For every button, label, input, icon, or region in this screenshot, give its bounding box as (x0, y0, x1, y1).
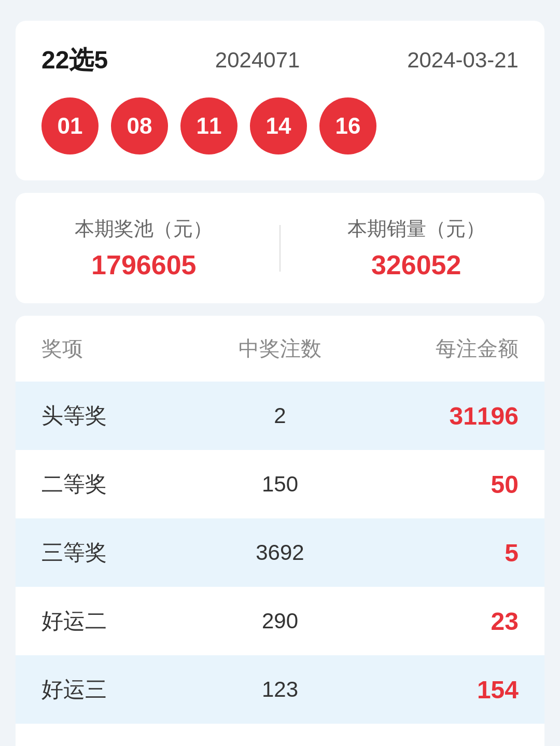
pool-label: 本期奖池（元） (75, 216, 213, 242)
pool-stat: 本期奖池（元） 1796605 (75, 216, 213, 280)
pool-value: 1796605 (91, 249, 196, 280)
prize-amount: 31196 (359, 402, 519, 430)
prize-count: 2 (201, 403, 360, 428)
sales-stat: 本期销量（元） 326052 (347, 216, 485, 280)
table-row: 好运四51463 (16, 724, 544, 746)
table-row: 二等奖15050 (16, 450, 544, 518)
balls-row: 0108111416 (41, 97, 519, 154)
prize-amount: 23 (359, 607, 519, 636)
lottery-date: 2024-03-21 (407, 48, 519, 73)
lottery-title: 22选5 (41, 44, 108, 77)
prize-amount: 154 (359, 675, 519, 704)
prize-count: 123 (201, 677, 360, 702)
table-row: 头等奖231196 (16, 382, 544, 450)
lottery-ball: 08 (111, 97, 168, 154)
table-row: 好运二29023 (16, 587, 544, 655)
col-count-label: 中奖注数 (201, 334, 360, 363)
prize-count: 150 (201, 472, 360, 497)
col-prize-label: 奖项 (41, 334, 201, 363)
table-header: 奖项 中奖注数 每注金额 (16, 316, 544, 382)
prize-table-card: 奖项 中奖注数 每注金额 头等奖231196二等奖15050三等奖36925好运… (16, 316, 544, 746)
lottery-ball: 11 (180, 97, 237, 154)
prize-name: 好运四 (41, 743, 201, 746)
lottery-ball: 16 (319, 97, 376, 154)
prize-amount: 50 (359, 470, 519, 499)
header-card: 22选5 2024071 2024-03-21 0108111416 (16, 21, 544, 180)
lottery-header: 22选5 2024071 2024-03-21 (41, 44, 519, 77)
lottery-ball: 01 (41, 97, 99, 154)
stats-row: 本期奖池（元） 1796605 本期销量（元） 326052 (41, 216, 519, 280)
sales-value: 326052 (371, 249, 461, 280)
prize-name: 头等奖 (41, 401, 201, 430)
lottery-ball: 14 (250, 97, 307, 154)
sales-label: 本期销量（元） (347, 216, 485, 242)
prize-count: 290 (201, 609, 360, 634)
prize-amount: 1463 (359, 744, 519, 747)
prize-name: 好运三 (41, 675, 201, 704)
prize-name: 二等奖 (41, 470, 201, 499)
stats-card: 本期奖池（元） 1796605 本期销量（元） 326052 (16, 193, 544, 303)
prize-name: 好运二 (41, 607, 201, 636)
table-row: 好运三123154 (16, 655, 544, 724)
prize-name: 三等奖 (41, 538, 201, 567)
lottery-issue: 2024071 (215, 48, 300, 73)
prize-amount: 5 (359, 539, 519, 567)
col-amount-label: 每注金额 (359, 334, 519, 363)
table-row: 三等奖36925 (16, 518, 544, 587)
table-rows: 头等奖231196二等奖15050三等奖36925好运二29023好运三1231… (16, 382, 544, 746)
stats-divider (279, 225, 281, 272)
prize-count: 3692 (201, 540, 360, 565)
